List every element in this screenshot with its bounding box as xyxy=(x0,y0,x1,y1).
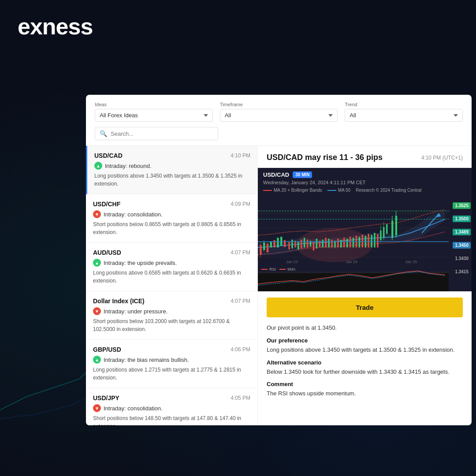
legend-item-source: Research © 2024 Trading Central xyxy=(356,188,421,193)
trend-filter-select[interactable]: All xyxy=(345,109,463,122)
idea-time: 4:05 PM xyxy=(231,395,250,401)
idea-time: 4:10 PM xyxy=(231,152,250,159)
svg-rect-27 xyxy=(322,240,324,248)
svg-rect-21 xyxy=(304,238,305,247)
legend-line-bb xyxy=(263,190,272,191)
signal-label: Intraday: consolidation. xyxy=(104,405,163,412)
idea-item-usdjpy[interactable]: USD/JPY 4:05 PM ▼ Intraday: consolidatio… xyxy=(86,388,257,425)
idea-header: Dollar Index (ICE) 4:07 PM xyxy=(93,298,250,305)
svg-rect-14 xyxy=(284,240,286,247)
svg-rect-29 xyxy=(328,239,329,248)
ideas-filter-group: Ideas All Forex Ideas xyxy=(95,102,213,122)
chart-header-row: USD/CAD 30 MIN xyxy=(258,168,472,180)
idea-pair: USD/CAD xyxy=(94,152,123,159)
alternative-row: Alternative scenario Below 1.3450 look f… xyxy=(267,359,463,377)
x-axis: Jan 23 Jan 24 Jan 25 xyxy=(258,260,445,264)
sma-line xyxy=(279,269,286,270)
svg-rect-16 xyxy=(288,242,290,249)
idea-time: 4:07 PM xyxy=(231,298,250,304)
signal-label: Intraday: under pressure. xyxy=(104,308,167,315)
chart-date: Wednesday, January 24, 2024 4:11:11 PM C… xyxy=(258,180,472,188)
svg-rect-42 xyxy=(368,234,369,248)
idea-time: 4:07 PM xyxy=(231,249,250,256)
svg-rect-39 xyxy=(359,237,360,247)
content-area: USD/CAD 4:10 PM ▲ Intraday: rebound. Lon… xyxy=(86,146,472,425)
idea-desc: Long positions above 1.2715 with targets… xyxy=(93,366,250,382)
svg-rect-44 xyxy=(374,233,375,247)
search-box: 🔍 xyxy=(95,127,218,140)
legend-line-ma50 xyxy=(327,190,336,191)
idea-pair: USD/JPY xyxy=(93,394,119,402)
filter-bar: Ideas All Forex Ideas Timeframe All Tren… xyxy=(86,95,472,146)
idea-signal: ▲ Intraday: the upside prevails. xyxy=(93,259,250,267)
price-tag-1500: 1.3500 xyxy=(453,216,471,222)
chart-pair-label: USD/CAD xyxy=(263,171,289,178)
preference-text: Long positions above 1.3450 with targets… xyxy=(267,346,463,355)
svg-rect-5 xyxy=(260,245,261,255)
idea-time: 4:09 PM xyxy=(231,201,250,207)
ideas-list: USD/CAD 4:10 PM ▲ Intraday: rebound. Lon… xyxy=(86,146,258,425)
svg-rect-12 xyxy=(277,238,279,247)
bearish-signal-dot: ▼ xyxy=(93,404,101,412)
main-panel: Ideas All Forex Ideas Timeframe All Tren… xyxy=(86,95,472,425)
preference-row: Our preference Long positions above 1.34… xyxy=(267,337,463,355)
idea-item-usdcad[interactable]: USD/CAD 4:10 PM ▲ Intraday: rebound. Lon… xyxy=(86,146,257,194)
svg-rect-35 xyxy=(346,239,348,248)
search-input[interactable] xyxy=(111,130,213,137)
idea-item-usdchf[interactable]: USD/CHF 4:09 PM ▼ Intraday: consolidatio… xyxy=(86,194,257,243)
svg-rect-22 xyxy=(307,240,308,248)
detail-time: 4:10 PM (UTC+1) xyxy=(421,155,463,161)
detail-title: USD/CAD may rise 11 - 36 pips xyxy=(267,153,383,162)
svg-rect-9 xyxy=(267,244,268,253)
idea-signal: ▲ Intraday: the bias remains bullish. xyxy=(93,356,250,364)
svg-rect-13 xyxy=(280,237,282,245)
svg-rect-17 xyxy=(291,240,293,249)
bullish-signal-dot: ▲ xyxy=(94,162,102,170)
legend-label-source: Research © 2024 Trading Central xyxy=(356,188,421,193)
svg-rect-11 xyxy=(274,240,275,248)
idea-desc: Short positions below 0.8655 with target… xyxy=(93,220,250,236)
detail-header: USD/CAD may rise 11 - 36 pips 4:10 PM (U… xyxy=(258,146,472,168)
preference-label: Our preference xyxy=(267,337,463,344)
idea-signal: ▼ Intraday: under pressure. xyxy=(93,307,250,315)
idea-header: USD/CHF 4:09 PM xyxy=(93,201,250,208)
svg-rect-43 xyxy=(371,235,372,248)
signal-label: Intraday: consolidation. xyxy=(104,211,163,218)
alternative-text: Below 1.3450 look for further downside w… xyxy=(267,368,463,377)
price-tag-1415: 1.3415 xyxy=(453,268,471,275)
idea-signal: ▼ Intraday: consolidation. xyxy=(93,404,250,412)
idea-header: AUD/USD 4:07 PM xyxy=(93,249,250,256)
timeframe-filter-label: Timeframe xyxy=(220,102,338,107)
svg-rect-25 xyxy=(316,239,317,249)
bearish-signal-dot: ▼ xyxy=(93,210,101,218)
idea-item-dxy[interactable]: Dollar Index (ICE) 4:07 PM ▼ Intraday: u… xyxy=(86,291,257,340)
svg-rect-45 xyxy=(377,234,378,248)
alternative-label: Alternative scenario xyxy=(267,359,463,366)
timeframe-filter-group: Timeframe All xyxy=(220,102,338,122)
price-labels: 1.3525 1.3500 1.3489 1.3450 1.3430 1.341… xyxy=(453,199,472,278)
analysis-section: Our pivot point is at 1.3450. Our prefer… xyxy=(258,324,472,412)
svg-rect-33 xyxy=(340,240,342,248)
idea-item-audusd[interactable]: AUD/USD 4:07 PM ▲ Intraday: the upside p… xyxy=(86,243,257,291)
comment-label: Comment xyxy=(267,381,463,387)
pivot-text: Our pivot point is at 1.3450. xyxy=(267,324,463,333)
idea-signal: ▲ Intraday: rebound. xyxy=(94,162,250,170)
price-tag-1450: 1.3450 xyxy=(453,242,471,249)
detail-panel: USD/CAD may rise 11 - 36 pips 4:10 PM (U… xyxy=(258,146,472,425)
svg-rect-36 xyxy=(350,237,351,247)
idea-desc: Short positions below 103.2000 with targ… xyxy=(93,317,250,333)
svg-rect-20 xyxy=(301,240,302,249)
search-icon: 🔍 xyxy=(100,130,107,137)
x-label-jan23: Jan 23 xyxy=(286,260,298,264)
legend-item-ma50: MA 50 xyxy=(327,188,350,193)
x-label-jan24: Jan 24 xyxy=(346,260,357,264)
timeframe-filter-select[interactable]: All xyxy=(220,109,338,122)
sma-label: 9MA xyxy=(287,267,296,271)
idea-item-gbpusd[interactable]: GBP/USD 4:06 PM ▲ Intraday: the bias rem… xyxy=(86,340,257,388)
trade-button[interactable]: Trade xyxy=(267,298,463,317)
idea-desc: Short positions below 148.50 with target… xyxy=(93,414,250,425)
idea-time: 4:06 PM xyxy=(231,346,250,353)
trend-filter-label: Trend xyxy=(345,102,463,107)
svg-rect-30 xyxy=(331,240,332,248)
ideas-filter-select[interactable]: All Forex Ideas xyxy=(95,109,213,122)
